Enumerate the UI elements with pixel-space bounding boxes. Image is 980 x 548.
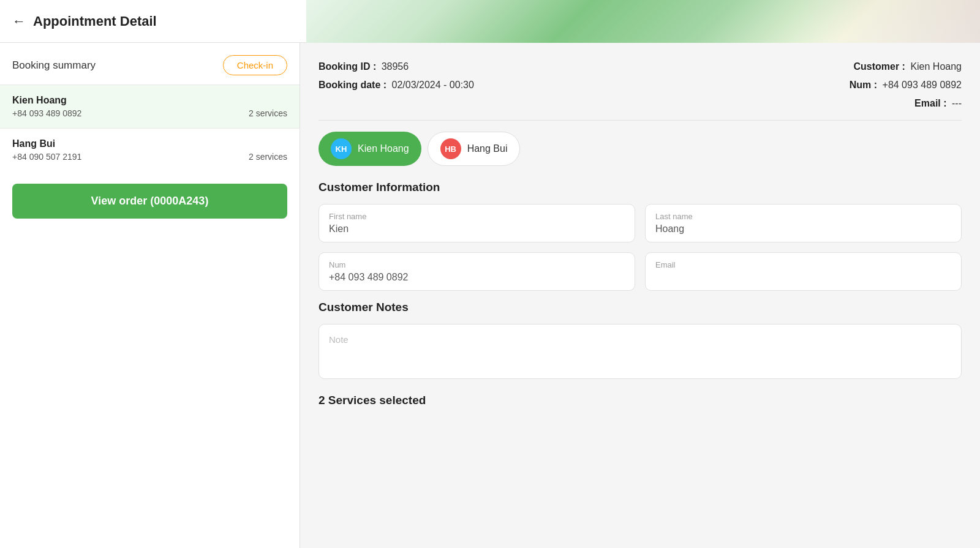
customer-card-kien[interactable]: Kien Hoang +84 093 489 0892 2 services [0, 84, 300, 128]
booking-summary-header: Booking summary Check-in [0, 43, 300, 84]
customer-row-kien: +84 093 489 0892 2 services [12, 108, 287, 118]
contact-row: Num +84 093 489 0892 Email [318, 252, 962, 291]
tab-hang-label: Hang Bui [467, 143, 508, 154]
avatar-kh: KH [331, 138, 352, 159]
customer-notes-title: Customer Notes [318, 301, 962, 314]
booking-info-right: Customer : Kien Hoang Num : +84 093 489 … [850, 61, 962, 109]
customer-phone-hang: +84 090 507 2191 [12, 152, 81, 162]
num-field[interactable]: Num +84 093 489 0892 [318, 252, 635, 291]
num-field-label: Num [329, 260, 625, 269]
view-order-button[interactable]: View order (0000A243) [12, 184, 287, 219]
customer-line: Customer : Kien Hoang [850, 61, 962, 72]
tab-kien-hoang[interactable]: KH Kien Hoang [318, 132, 421, 166]
customer-value: Kien Hoang [910, 61, 962, 72]
name-row: First name Kien Last name Hoang [318, 204, 962, 242]
back-button[interactable]: ← [12, 13, 26, 29]
booking-date-value: 02/03/2024 - 00:30 [392, 80, 474, 90]
left-panel: Booking summary Check-in Kien Hoang +84 … [0, 43, 300, 548]
notes-box[interactable]: Note [318, 324, 962, 379]
customer-card-hang[interactable]: Hang Bui +84 090 507 2191 2 services [0, 128, 300, 171]
page-title: Appointment Detail [33, 13, 157, 29]
booking-id-value: 38956 [382, 61, 409, 72]
email-field[interactable]: Email [645, 252, 962, 291]
check-in-button[interactable]: Check-in [223, 55, 287, 75]
avatar-hb: HB [440, 138, 461, 159]
last-name-label: Last name [655, 212, 951, 221]
header: ← Appointment Detail [0, 0, 980, 43]
header-banner-image [306, 0, 980, 43]
customer-name-hang: Hang Bui [12, 138, 287, 149]
booking-date-line: Booking date : 02/03/2024 - 00:30 [318, 80, 474, 91]
notes-placeholder: Note [329, 334, 349, 345]
customer-info-title: Customer Information [318, 181, 962, 194]
customer-tabs: KH Kien Hoang HB Hang Bui [318, 132, 962, 166]
last-name-value: Hoang [655, 223, 951, 235]
tab-hang-bui[interactable]: HB Hang Bui [428, 132, 521, 166]
first-name-value: Kien [329, 223, 625, 235]
first-name-label: First name [329, 212, 625, 221]
email-field-label: Email [655, 260, 951, 269]
main-content: Booking summary Check-in Kien Hoang +84 … [0, 43, 980, 548]
email-line: Email : --- [850, 98, 962, 109]
divider [318, 120, 962, 121]
customer-services-hang: 2 services [249, 152, 287, 162]
booking-id-line: Booking ID : 38956 [318, 61, 474, 72]
num-value: +84 093 489 0892 [883, 80, 962, 90]
booking-info-row: Booking ID : 38956 Booking date : 02/03/… [318, 61, 962, 109]
num-field-value: +84 093 489 0892 [329, 272, 625, 283]
customer-services-kien: 2 services [249, 108, 287, 118]
customer-row-hang: +84 090 507 2191 2 services [12, 152, 287, 162]
booking-info-left: Booking ID : 38956 Booking date : 02/03/… [318, 61, 474, 91]
first-name-field[interactable]: First name Kien [318, 204, 635, 242]
num-line: Num : +84 093 489 0892 [850, 80, 962, 91]
customer-name-kien: Kien Hoang [12, 95, 287, 106]
services-selected-title: 2 Services selected [318, 394, 962, 407]
last-name-field[interactable]: Last name Hoang [645, 204, 962, 242]
booking-summary-label: Booking summary [12, 59, 96, 72]
customer-label: Customer : [853, 61, 905, 72]
customer-phone-kien: +84 093 489 0892 [12, 108, 81, 118]
right-panel: Booking ID : 38956 Booking date : 02/03/… [300, 43, 980, 548]
email-label: Email : [914, 98, 946, 108]
num-label: Num : [850, 80, 877, 90]
booking-id-label: Booking ID : [318, 61, 376, 72]
booking-date-label: Booking date : [318, 80, 386, 90]
tab-kien-label: Kien Hoang [358, 143, 409, 154]
email-value: --- [952, 98, 962, 108]
